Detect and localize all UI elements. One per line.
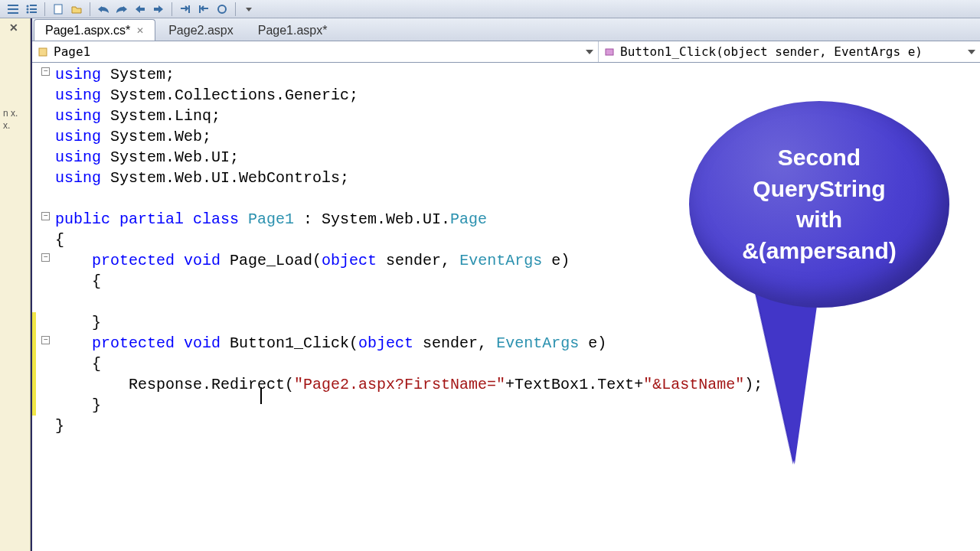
tab-page1-cs[interactable]: Page1.aspx.cs* ✕ [34,19,155,41]
mod-marker [32,312,36,416]
member-dropdown-label: Button1_Click(object sender, EventArgs e… [620,44,923,59]
svg-rect-11 [154,8,158,11]
svg-point-5 [27,8,29,10]
svg-rect-1 [8,8,18,10]
class-icon [37,46,49,58]
svg-rect-13 [199,5,201,13]
method-icon [603,46,616,58]
btn-menu-lines[interactable] [5,2,21,17]
tab-label: Page1.aspx.cs* [45,24,130,37]
svg-rect-12 [188,5,190,13]
class-dropdown[interactable]: Page1 [32,41,599,62]
svg-point-14 [218,5,226,13]
svg-point-3 [27,5,29,7]
svg-rect-2 [8,12,18,14]
fold-toggle[interactable] [41,67,50,76]
btn-step-b[interactable] [195,2,212,17]
fold-toggle[interactable] [41,336,50,344]
text-caret [260,387,262,404]
btn-dropdown[interactable] [240,2,257,17]
modification-bar [32,63,38,551]
chevron-down-icon [968,50,975,54]
outline-gutter [38,63,55,551]
btn-list[interactable] [23,2,40,17]
btn-fwd[interactable] [150,2,167,17]
btn-open[interactable] [68,2,85,17]
left-pane-text: n x. x. [3,107,27,132]
sep [44,2,45,16]
close-icon[interactable]: ✕ [136,25,144,36]
member-dropdown[interactable]: Button1_Click(object sender, EventArgs e… [599,41,980,62]
svg-rect-0 [8,5,18,6]
code-text[interactable]: using System; using System.Collections.G… [55,63,980,551]
sep [90,2,90,16]
fold-toggle[interactable] [41,212,50,220]
dropdown-row: Page1 Button1_Click(object sender, Event… [32,41,980,63]
btn-undo[interactable] [95,2,112,17]
svg-rect-16 [606,49,613,55]
svg-rect-15 [39,48,47,56]
filetab-row: Page1.aspx.cs* ✕ Page2.aspx Page1.aspx* [32,18,980,41]
tab-label: Page2.aspx [168,24,234,37]
sep [235,2,236,16]
tab-label: Page1.aspx* [258,24,328,37]
svg-rect-8 [30,11,37,13]
svg-rect-10 [140,8,145,11]
left-pane: ✕ n x. x. [0,18,31,551]
toolbar [0,0,980,18]
close-icon[interactable]: ✕ [9,21,18,34]
class-dropdown-label: Page1 [54,44,90,59]
chevron-down-icon [586,50,593,54]
tab-page1-aspx[interactable]: Page1.aspx* [247,19,339,41]
svg-rect-9 [54,5,62,14]
btn-step-a[interactable] [177,2,194,17]
sep [172,2,172,16]
btn-step-c[interactable] [214,2,230,17]
editor-area: Page1.aspx.cs* ✕ Page2.aspx Page1.aspx* … [31,18,980,551]
svg-point-7 [27,11,29,13]
code-editor[interactable]: using System; using System.Collections.G… [32,63,980,551]
svg-rect-4 [30,5,37,6]
btn-redo[interactable] [113,2,130,17]
svg-rect-6 [30,8,37,10]
tab-page2-aspx[interactable]: Page2.aspx [157,19,245,41]
fold-toggle[interactable] [41,253,50,262]
btn-back[interactable] [132,2,149,17]
btn-new[interactable] [50,2,67,17]
